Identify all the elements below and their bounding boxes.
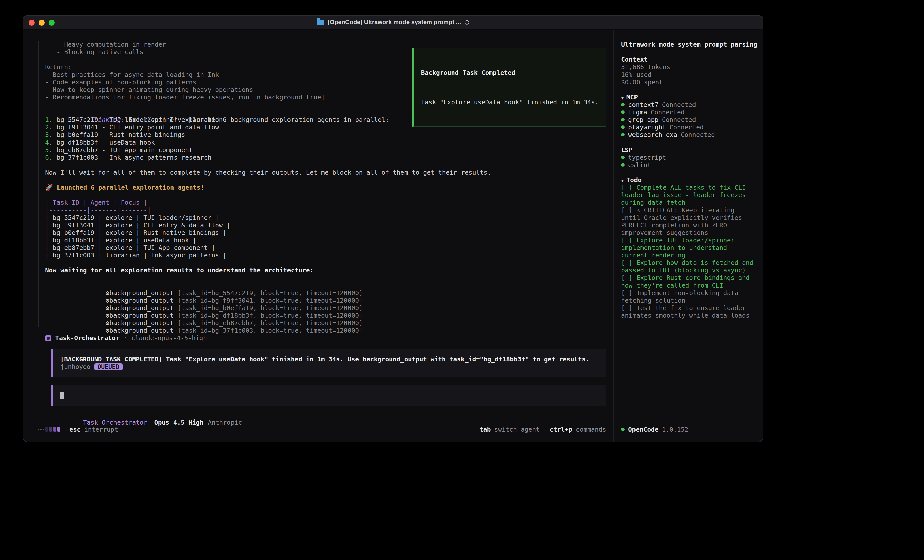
- todo-item: [ ] Explore TUI loader/spinner implement…: [621, 237, 757, 259]
- mcp-name: grep_app: [628, 116, 658, 123]
- status-bar: esc interrupt tab switch agent ctrl+p co…: [38, 422, 613, 442]
- mcp-heading-label: MCP: [627, 93, 638, 101]
- text-cursor: [60, 392, 64, 400]
- lsp-item: typescript: [621, 154, 757, 161]
- table-row: | bg_b0effa19 | explore | Rust native bi…: [45, 229, 613, 237]
- context-section: Context 31,686 tokens16% used$0.00 spent: [621, 56, 757, 86]
- mcp-name: context7: [628, 101, 658, 108]
- esc-key-hint: esc: [69, 425, 81, 433]
- lsp-section: LSP typescript eslint: [621, 146, 757, 169]
- gear-icon: ⚙: [106, 296, 110, 304]
- todo-heading[interactable]: ▼Todo: [621, 176, 757, 184]
- separator-dot: ·: [123, 334, 127, 342]
- task-table: | Task ID | Agent | Focus | |----------|…: [45, 199, 613, 259]
- table-row: | bg_37f1c003 | librarian | Ink async pa…: [45, 252, 613, 259]
- tool-args: [task_id=bg_5547c219, block=true, timeou…: [174, 289, 363, 296]
- status-dot-icon: [621, 133, 625, 136]
- wait-text: Now I'll wait for all of them to complet…: [45, 169, 613, 176]
- table-header: | Task ID | Agent | Focus |: [45, 199, 613, 206]
- background-task-toast: Background Task Completed Task "Explore …: [412, 48, 606, 127]
- completed-task-block: [BACKGROUND TASK COMPLETED] Task "Explor…: [51, 349, 606, 377]
- tool-name: background_output: [110, 304, 174, 311]
- agent-list-item: 5. bg_eb87ebb7 - TUI App main component: [45, 146, 613, 154]
- terminal-window: [OpenCode] Ultrawork mode system prompt …: [22, 15, 763, 442]
- mcp-name: playwright: [628, 123, 666, 131]
- sidebar: Ultrawork mode system prompt parsing Con…: [613, 30, 763, 442]
- folder-icon: [317, 19, 324, 25]
- lsp-list: typescript eslint: [621, 154, 757, 169]
- table-row: | bg_df18bb3f | explore | useData hook |: [45, 237, 613, 244]
- mcp-status: Connected: [651, 108, 684, 116]
- gear-icon: ⚙: [106, 327, 110, 334]
- mcp-name: figma: [628, 108, 647, 116]
- status-dot-icon: [621, 428, 625, 431]
- esc-key-label: interrupt: [84, 425, 118, 433]
- gear-icon: ⚙: [106, 304, 110, 311]
- status-dot-icon: [621, 103, 625, 106]
- agent-list-item: 3. bg_b0effa19 - Rust native bindings: [45, 131, 613, 138]
- todo-item: [ ] Explore how data is fetched and pass…: [621, 259, 757, 274]
- mcp-item: grep_app Connected: [621, 116, 757, 123]
- todo-section: ▼Todo [ ] Complete ALL tasks to fix CLI …: [621, 176, 757, 319]
- tool-name: background_output: [110, 319, 174, 327]
- status-dot-icon: [621, 118, 625, 121]
- chevron-down-icon: ▼: [621, 95, 624, 100]
- todo-item: [ ] Implement non-blocking data fetching…: [621, 289, 757, 304]
- tool-name: background_output: [110, 327, 174, 334]
- tool-name: background_output: [110, 311, 174, 319]
- status-circle-icon: [465, 20, 469, 25]
- table-row: | bg_f9ff3041 | explore | CLI entry & da…: [45, 221, 613, 229]
- session-title: Ultrawork mode system prompt parsing: [621, 40, 757, 48]
- toast-body: Task "Explore useData hook" finished in …: [421, 98, 598, 106]
- brand-label: OpenCode: [628, 425, 658, 433]
- lsp-item: eslint: [621, 161, 757, 169]
- toast-title: Background Task Completed: [421, 69, 598, 76]
- tool-args: [task_id=bg_37f1c003, block=true, timeou…: [174, 327, 363, 334]
- window-title-area: [OpenCode] Ultrawork mode system prompt …: [23, 19, 763, 26]
- table-separator: |----------|-------|-------|: [45, 206, 613, 214]
- table-row: | bg_5547c219 | explore | TUI loader/spi…: [45, 214, 613, 221]
- tool-args: [task_id=bg_eb87ebb7, block=true, timeou…: [174, 319, 363, 327]
- completed-task-user: junhoyeo: [60, 363, 90, 370]
- gear-icon: ⚙: [106, 311, 110, 319]
- mcp-status: Connected: [662, 101, 696, 108]
- agent-identity-row: Task-Orchestrator · claude-opus-4-5-high: [45, 334, 613, 342]
- todo-heading-label: Todo: [627, 176, 642, 184]
- mcp-item: playwright Connected: [621, 123, 757, 131]
- prompt-input[interactable]: [51, 385, 606, 406]
- lsp-name: eslint: [628, 161, 651, 169]
- status-dot-icon: [621, 111, 625, 114]
- completed-task-text: [BACKGROUND TASK COMPLETED] Task "Explor…: [60, 355, 598, 363]
- context-stat: 31,686 tokens: [621, 63, 757, 71]
- tool-name: background_output: [110, 289, 174, 296]
- terminal-main: - Heavy computation in render - Blocking…: [23, 30, 613, 442]
- mcp-status: Connected: [670, 123, 704, 131]
- tool-args: [task_id=bg_df18bb3f, block=true, timeou…: [174, 311, 363, 319]
- status-dot-icon: [621, 163, 625, 166]
- todo-list: [ ] Complete ALL tasks to fix CLI loader…: [621, 184, 757, 319]
- todo-item: [ ] Test the fix to ensure loader animat…: [621, 304, 757, 319]
- commands-key-label: commands: [576, 425, 606, 433]
- context-heading: Context: [621, 56, 757, 63]
- tab-key-label: switch agent: [494, 425, 540, 433]
- mcp-item: figma Connected: [621, 108, 757, 116]
- agent-list-item: 6. bg_37f1c003 - Ink async patterns rese…: [45, 154, 613, 161]
- mcp-heading[interactable]: ▼MCP: [621, 93, 757, 101]
- agent-list-item: 4. bg_df18bb3f - useData hook: [45, 138, 613, 146]
- table-row: | bg_eb87ebb7 | explore | TUI App compon…: [45, 244, 613, 252]
- agent-icon: [45, 335, 51, 341]
- todo-item: [ ] ⚠ CRITICAL: Keep iterating until Ora…: [621, 206, 757, 237]
- context-stat: $0.00 spent: [621, 78, 757, 86]
- mcp-status: Connected: [681, 131, 715, 138]
- commands-key-hint: ctrl+p: [550, 425, 572, 433]
- tool-args: [task_id=bg_b0effa19, block=true, timeou…: [174, 304, 363, 311]
- agent-model: claude-opus-4-5-high: [131, 334, 207, 342]
- agent-name: Task-Orchestrator: [55, 334, 120, 342]
- todo-item: [ ] Complete ALL tasks to fix CLI loader…: [621, 184, 757, 206]
- chevron-down-icon: ▼: [621, 178, 624, 183]
- input-meta-row: Task-OrchestratorOpus 4.5 HighAnthropic: [45, 411, 613, 418]
- status-dot-icon: [621, 126, 625, 129]
- context-stat: 16% used: [621, 71, 757, 78]
- mcp-name: websearch_exa: [628, 131, 677, 138]
- tool-name: background_output: [110, 296, 174, 304]
